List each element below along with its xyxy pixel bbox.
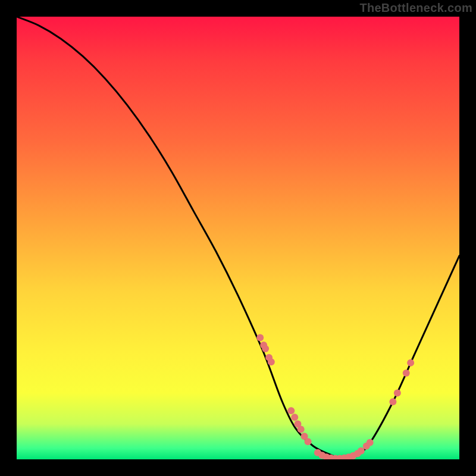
data-point	[256, 334, 264, 341]
data-point	[287, 407, 295, 414]
plot-area	[17, 17, 459, 459]
data-point	[389, 398, 396, 405]
data-point	[268, 358, 275, 365]
bottleneck-curve	[17, 17, 459, 459]
chart-frame: TheBottleneck.com	[0, 0, 476, 476]
data-point	[291, 414, 298, 421]
data-point	[298, 425, 305, 433]
data-point	[367, 439, 374, 446]
watermark-text: TheBottleneck.com	[359, 1, 472, 15]
data-point	[305, 438, 312, 445]
data-point	[394, 389, 401, 396]
data-point	[358, 447, 365, 455]
curve-layer	[17, 17, 459, 459]
data-point	[403, 369, 410, 377]
data-point	[262, 345, 269, 352]
data-point	[407, 359, 414, 367]
